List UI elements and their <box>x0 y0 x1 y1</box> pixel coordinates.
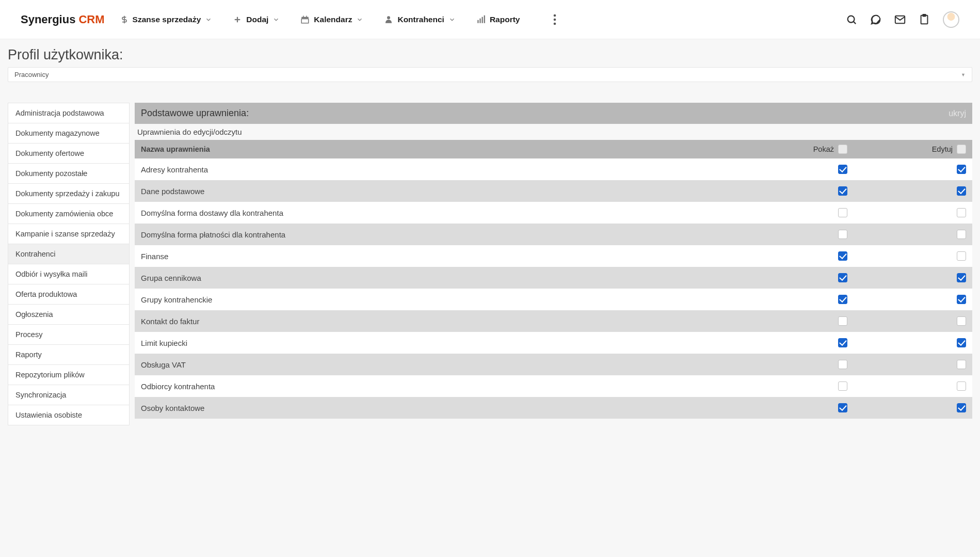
permission-name: Domyślna forma dostawy dla kontrahenta <box>141 209 729 217</box>
column-show-label: Pokaż <box>813 145 834 153</box>
checkbox-edit[interactable] <box>957 186 966 196</box>
cell-edit <box>847 360 966 369</box>
table-row: Finanse <box>135 245 972 267</box>
sidebar-item[interactable]: Synchronizacja <box>8 385 129 405</box>
search-icon[interactable] <box>846 14 857 25</box>
permissions-table-head: Nazwa uprawnienia Pokaż Edytuj <box>135 140 972 158</box>
sidebar-item[interactable]: Raporty <box>8 345 129 365</box>
cell-edit <box>847 403 966 412</box>
cell-edit <box>847 208 966 217</box>
chevron-down-icon <box>272 16 280 23</box>
cell-edit <box>847 186 966 196</box>
checkbox-show[interactable] <box>838 230 847 239</box>
section-head: Podstawowe uprawnienia: ukryj <box>135 103 972 124</box>
checkbox-show[interactable] <box>838 251 847 261</box>
cell-edit <box>847 273 966 282</box>
sidebar-item[interactable]: Ogłoszenia <box>8 305 129 325</box>
checkbox-edit[interactable] <box>957 403 966 412</box>
svg-point-12 <box>554 18 556 21</box>
checkbox-edit[interactable] <box>957 360 966 369</box>
profile-select[interactable]: Pracownicy ▼ <box>8 67 972 82</box>
plus-icon <box>233 15 242 24</box>
checkbox-show[interactable] <box>838 295 847 304</box>
permission-name: Kontakt do faktur <box>141 317 729 326</box>
dollar-icon <box>120 14 128 25</box>
person-icon <box>384 15 393 24</box>
sidebar-item[interactable]: Repozytorium plików <box>8 365 129 385</box>
svg-rect-2 <box>302 17 309 18</box>
checkbox-show[interactable] <box>838 273 847 282</box>
nav-add[interactable]: Dodaj <box>233 15 280 24</box>
sidebar-item[interactable]: Procesy <box>8 325 129 345</box>
svg-rect-3 <box>302 19 309 23</box>
checkbox-show[interactable] <box>838 208 847 217</box>
checkbox-show[interactable] <box>838 165 847 174</box>
checkbox-edit[interactable] <box>957 165 966 174</box>
sidebar-item[interactable]: Dokumenty zamówienia obce <box>8 204 129 224</box>
cell-edit <box>847 316 966 326</box>
checkbox-show[interactable] <box>838 316 847 326</box>
permission-name: Odbiorcy kontrahenta <box>141 382 729 391</box>
clipboard-icon[interactable] <box>919 14 930 25</box>
checkbox-show-all[interactable] <box>838 145 847 154</box>
header-right <box>846 11 959 28</box>
nav-contractors[interactable]: Kontrahenci <box>384 15 455 24</box>
checkbox-edit[interactable] <box>957 381 966 391</box>
nav-reports[interactable]: Raporty <box>476 15 520 24</box>
nav-sales[interactable]: Szanse sprzedaży <box>120 14 213 25</box>
svg-point-14 <box>848 15 855 22</box>
sidebar-item[interactable]: Kampanie i szanse sprzedaży <box>8 224 129 244</box>
hide-link[interactable]: ukryj <box>949 109 966 118</box>
calendar-icon <box>300 15 310 24</box>
mail-icon[interactable] <box>894 14 906 25</box>
checkbox-edit[interactable] <box>957 316 966 326</box>
checkbox-show[interactable] <box>838 186 847 196</box>
page-title: Profil użytkownika: <box>8 47 972 63</box>
cell-show <box>729 316 847 326</box>
avatar[interactable] <box>943 11 959 28</box>
table-row: Osoby kontaktowe <box>135 397 972 419</box>
checkbox-edit[interactable] <box>957 208 966 217</box>
content-panel: Podstawowe uprawnienia: ukryj Uprawnieni… <box>135 103 972 419</box>
svg-point-13 <box>554 22 556 25</box>
table-row: Domyślna forma płatności dla kontrahenta <box>135 224 972 245</box>
sidebar-item[interactable]: Oferta produktowa <box>8 284 129 305</box>
chat-icon[interactable] <box>870 14 881 25</box>
sidebar-item[interactable]: Dokumenty ofertowe <box>8 144 129 164</box>
cell-show <box>729 208 847 217</box>
checkbox-edit[interactable] <box>957 251 966 261</box>
checkbox-edit-all[interactable] <box>957 145 966 154</box>
nav-calendar[interactable]: Kalendarz <box>300 15 363 24</box>
checkbox-show[interactable] <box>838 338 847 347</box>
sidebar-item[interactable]: Dokumenty pozostałe <box>8 164 129 184</box>
more-vert-icon[interactable] <box>553 14 556 25</box>
checkbox-edit[interactable] <box>957 230 966 239</box>
sidebar-item[interactable]: Dokumenty magazynowe <box>8 123 129 144</box>
logo[interactable]: Synergius CRM <box>21 13 105 26</box>
checkbox-show[interactable] <box>838 360 847 369</box>
sidebar-item[interactable]: Odbiór i wysyłka maili <box>8 264 129 284</box>
page-head: Profil użytkownika: Pracownicy ▼ <box>0 39 980 87</box>
sidebar-item[interactable]: Dokumenty sprzedaży i zakupu <box>8 184 129 204</box>
table-row: Dane podstawowe <box>135 180 972 202</box>
checkbox-show[interactable] <box>838 403 847 412</box>
column-show: Pokaż <box>729 145 847 154</box>
svg-point-6 <box>387 16 390 19</box>
table-row: Kontakt do faktur <box>135 310 972 332</box>
nav-reports-label: Raporty <box>490 15 520 24</box>
sidebar-item[interactable]: Kontrahenci <box>8 244 129 264</box>
checkbox-edit[interactable] <box>957 295 966 304</box>
cell-edit <box>847 230 966 239</box>
table-row: Domyślna forma dostawy dla kontrahenta <box>135 202 972 224</box>
sidebar-item[interactable]: Administracja podstawowa <box>8 103 129 123</box>
cell-edit <box>847 251 966 261</box>
checkbox-show[interactable] <box>838 381 847 391</box>
nav-add-label: Dodaj <box>246 15 268 24</box>
cell-show <box>729 360 847 369</box>
nav-contractors-label: Kontrahenci <box>397 15 444 24</box>
sidebar-item[interactable]: Ustawienia osobiste <box>8 405 129 425</box>
permission-name: Obsługa VAT <box>141 360 729 369</box>
checkbox-edit[interactable] <box>957 338 966 347</box>
checkbox-edit[interactable] <box>957 273 966 282</box>
cell-show <box>729 251 847 261</box>
